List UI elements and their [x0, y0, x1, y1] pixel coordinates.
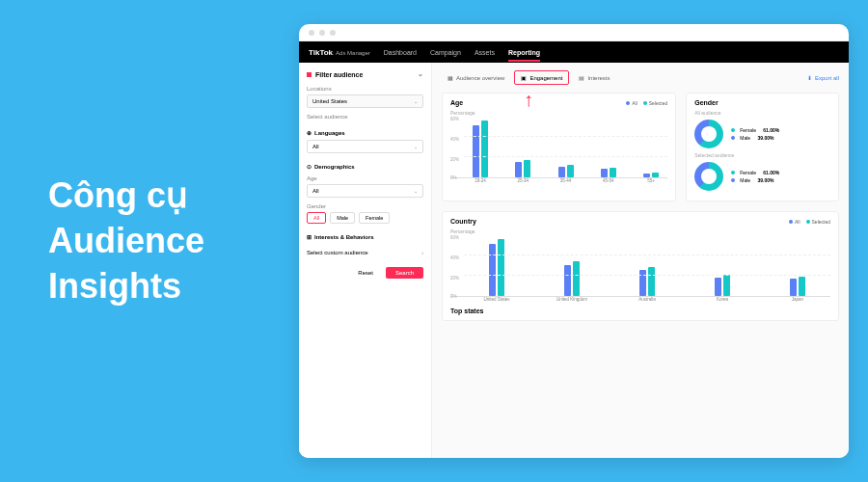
gender-sel-donut [694, 162, 723, 191]
content-area: Filter audience ⌄ Locations United State… [299, 63, 849, 458]
window-dot-min[interactable] [319, 30, 325, 36]
window-titlebar [299, 24, 849, 41]
person-icon: ⊙ [307, 163, 312, 170]
search-button[interactable]: Search [386, 267, 423, 279]
country-bar-chart: 60%40%20%0% [450, 234, 830, 297]
nav-assets[interactable]: Assets [475, 49, 495, 56]
gender-title: Gender [694, 99, 830, 106]
top-states-title: Top states [450, 308, 830, 314]
chevron-right-icon: › [421, 250, 423, 255]
gender-sel-legend: Female 61.00% Male 39.00% [731, 169, 779, 184]
tab-audience-overview[interactable]: ▦Audience overview [442, 71, 510, 84]
chevron-down-icon: ⌄ [418, 70, 423, 78]
filter-indicator-icon [307, 72, 312, 77]
gender-all-label: All audience [694, 110, 830, 116]
main-panel: ▦Audience overview ▣Engagement ▤Interest… [432, 63, 849, 458]
window-dot-max[interactable] [330, 30, 336, 36]
top-nav: TikTok: Ads Manager Dashboard Campaign A… [299, 41, 849, 63]
app-window: TikTok: Ads Manager Dashboard Campaign A… [299, 24, 849, 458]
select-audience-label: Select audience [307, 114, 423, 120]
interests-section[interactable]: ⊞Interests & Behaviors [307, 233, 423, 240]
age-x-labels: 18-2425-3435-4445-5455+ [450, 178, 667, 183]
folder-icon: ▦ [448, 74, 453, 81]
gender-all-donut [694, 120, 723, 148]
annotation-arrow-icon: ↑ [524, 89, 533, 111]
export-all-button[interactable]: ⬇Export all [807, 74, 839, 81]
age-bar-chart: 60%40%20%0% [450, 116, 667, 178]
age-title: Age [450, 99, 463, 106]
locations-label: Locations [307, 86, 423, 92]
tab-engagement[interactable]: ▣Engagement [514, 70, 569, 85]
demographics-section[interactable]: ⊙Demographics [307, 163, 423, 170]
gender-sel-label: Selected audience [694, 152, 830, 158]
engagement-icon: ▣ [521, 74, 527, 81]
chevron-down-icon: ⌄ [414, 188, 418, 194]
report-tabs: ▦Audience overview ▣Engagement ▤Interest… [442, 70, 839, 85]
tag-icon: ⊞ [307, 233, 312, 240]
age-card: Age All Selected Percentage 60%40%20%0% [442, 93, 676, 201]
reset-button[interactable]: Reset [350, 267, 381, 279]
nav-campaign[interactable]: Campaign [430, 49, 461, 56]
custom-audience-row[interactable]: Select custom audience› [307, 250, 423, 255]
gender-all-button[interactable]: All [307, 212, 326, 224]
gender-all-legend: Female 61.00% Male 39.00% [731, 126, 779, 142]
page-title: Công cụAudienceInsights [48, 174, 204, 308]
languages-section[interactable]: ⊕Languages [307, 129, 423, 136]
globe-icon: ⊕ [307, 129, 312, 136]
age-label: Age [307, 175, 423, 181]
country-x-labels: United StatesUnited KingdomAustraliaKore… [450, 297, 830, 302]
filter-sidebar: Filter audience ⌄ Locations United State… [299, 63, 432, 458]
tab-interests[interactable]: ▤Interests [573, 71, 615, 84]
gender-female-button[interactable]: Female [359, 212, 390, 224]
download-icon: ⬇ [807, 74, 812, 81]
locations-select[interactable]: United States⌄ [307, 94, 423, 108]
age-legend: All Selected [626, 100, 667, 106]
interests-icon: ▤ [579, 74, 584, 81]
chevron-down-icon: ⌄ [414, 144, 418, 149]
window-dot-close[interactable] [309, 30, 314, 36]
gender-card: Gender All audience Female 61.00% Male 3… [686, 93, 839, 201]
filter-header[interactable]: Filter audience ⌄ [307, 70, 423, 78]
nav-dashboard[interactable]: Dashboard [384, 49, 417, 56]
languages-select[interactable]: All⌄ [307, 140, 423, 153]
age-select[interactable]: All⌄ [307, 184, 423, 198]
country-title: Country [450, 218, 476, 225]
country-legend: All Selected [789, 219, 830, 225]
chevron-down-icon: ⌄ [414, 98, 418, 104]
gender-male-button[interactable]: Male [330, 212, 355, 224]
brand-logo: TikTok: Ads Manager [309, 48, 370, 57]
country-card: Country All Selected Percentage 60%40%20… [442, 211, 839, 321]
nav-reporting[interactable]: Reporting [508, 49, 540, 56]
gender-label: Gender [307, 203, 423, 209]
